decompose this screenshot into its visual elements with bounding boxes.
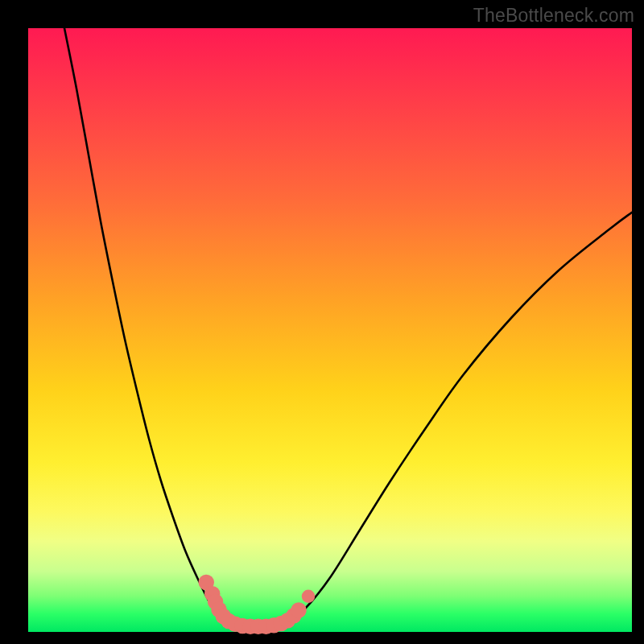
bottleneck-curve <box>64 28 632 627</box>
curve-path <box>64 28 632 627</box>
watermark-text: TheBottleneck.com <box>473 5 634 27</box>
chart-frame: TheBottleneck.com <box>0 0 644 644</box>
chart-svg <box>28 28 632 632</box>
curve-marker <box>291 602 307 618</box>
curve-marker <box>302 590 316 604</box>
curve-markers <box>199 575 316 634</box>
chart-plot-area <box>28 28 632 632</box>
